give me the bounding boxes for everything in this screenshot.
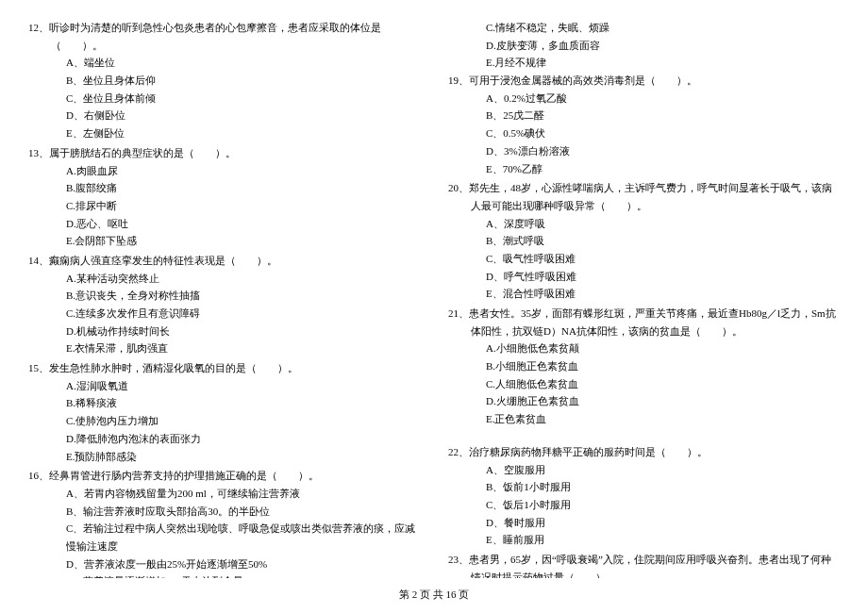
answer-option: C、0.5%碘伏 xyxy=(448,124,840,142)
option-label: A、 xyxy=(486,218,504,229)
option-label: C. xyxy=(66,307,75,319)
option-text: 右侧卧位 xyxy=(84,109,125,121)
option-text: 正色素贫血 xyxy=(494,413,546,424)
option-label: D. xyxy=(486,40,496,51)
answer-option: E、左侧卧位 xyxy=(28,124,420,142)
option-label: E、 xyxy=(66,127,83,139)
question-text: 14、癫痫病人强直痉挛发生的特征性表现是（ ）。 xyxy=(28,252,420,270)
option-label: D. xyxy=(66,218,76,229)
answer-option: A、若胃内容物残留量为200 ml，可继续输注营养液 xyxy=(28,485,420,503)
option-label: C. xyxy=(486,22,495,33)
answer-option: D、3%漂白粉溶液 xyxy=(448,142,840,160)
option-label: B、 xyxy=(66,75,83,86)
option-text: 稀释痰液 xyxy=(75,397,117,408)
option-label: D、 xyxy=(486,517,504,528)
option-text: 月经不规律 xyxy=(494,57,546,68)
option-text: 混合性呼吸困难 xyxy=(503,288,576,299)
option-text: 小细胞低色素贫颠 xyxy=(496,342,579,354)
answer-option: A、空腹服用 xyxy=(448,461,840,479)
option-text: 空腹服用 xyxy=(504,464,545,475)
answer-option: C、吸气性呼吸困难 xyxy=(448,250,840,268)
option-text: 湿润吸氧道 xyxy=(76,380,128,391)
option-text: 70%乙醇 xyxy=(503,163,542,174)
column-right: C.情绪不稳定，失眠、烦躁D.皮肤变薄，多血质面容E.月经不规律19、可用于浸泡… xyxy=(448,19,840,578)
option-text: 皮肤变薄，多血质面容 xyxy=(496,40,600,51)
spacer xyxy=(448,428,840,441)
option-label: A. xyxy=(66,380,76,391)
answer-option: A、0.2%过氧乙酸 xyxy=(448,90,840,108)
answer-option: C.连续多次发作且有意识障碍 xyxy=(28,305,420,323)
answer-option: D.皮肤变薄，多血质面容 xyxy=(448,37,840,55)
option-label: A、 xyxy=(486,464,504,475)
answer-option: A、深度呼吸 xyxy=(448,215,840,233)
option-text: 睡前服用 xyxy=(503,534,544,545)
option-text: 左侧卧位 xyxy=(83,127,125,139)
answer-option: E.预防肺部感染 xyxy=(28,448,420,466)
option-text: 餐时服用 xyxy=(504,517,545,528)
option-text: 衣情呆滞，肌肉强直 xyxy=(75,342,168,354)
question-text: 13、属于膀胱结石的典型症状的是（ ）。 xyxy=(28,144,420,162)
option-label: C、 xyxy=(486,253,503,264)
answer-option: C、若输注过程中病人突然出现呛咳、呼吸急促或咳出类似营养液的痰，应减慢输注速度 xyxy=(28,520,420,555)
option-text: 人细胞低色素贫血 xyxy=(495,378,578,389)
answer-option: E、混合性呼吸困难 xyxy=(448,285,840,303)
answer-option: C.使肺泡内压力增加 xyxy=(28,412,420,430)
question-block: 23、患者男，65岁，因“呼吸衰竭”入院，住院期间应用呼吸兴奋剂。患者出现了何种… xyxy=(448,551,840,578)
answer-option: E.衣情呆滞，肌肉强直 xyxy=(28,340,420,357)
option-text: 3%漂白粉溶液 xyxy=(504,145,570,157)
option-text: 0.2%过氧乙酸 xyxy=(504,92,567,104)
option-label: C、 xyxy=(486,499,503,510)
option-text: 若胃内容物残留量为200 ml，可继续输注营养液 xyxy=(84,488,300,499)
option-text: 意识丧失，全身对称性抽搐 xyxy=(75,290,200,301)
answer-option: B.小细胞正色素贫血 xyxy=(448,357,840,375)
option-label: D. xyxy=(66,433,76,444)
question-text: 22、治疗糖尿病药物拜糖平正确的服药时间是（ ）。 xyxy=(448,443,840,461)
option-text: 降低肺泡内泡沫的表面张力 xyxy=(76,433,201,444)
option-text: 小细胞正色素贫血 xyxy=(495,360,578,372)
answer-option: C.情绪不稳定，失眠、烦躁 xyxy=(448,19,840,37)
option-text: 连续多次发作且有意识障碍 xyxy=(75,307,200,319)
answer-option: A、端坐位 xyxy=(28,54,420,72)
option-text: 饭前1小时服用 xyxy=(503,481,571,492)
option-text: 端坐位 xyxy=(84,57,115,68)
option-text: 坐位且身体后仰 xyxy=(83,75,156,86)
option-label: C、 xyxy=(486,127,503,139)
option-label: B、 xyxy=(486,481,503,492)
question-text: 23、患者男，65岁，因“呼吸衰竭”入院，住院期间应用呼吸兴奋剂。患者出现了何种… xyxy=(448,551,840,578)
option-label: D. xyxy=(66,325,76,337)
option-text: 吸气性呼吸困难 xyxy=(503,253,576,264)
option-text: 预防肺部感染 xyxy=(75,451,137,462)
answer-option: D、右侧卧位 xyxy=(28,107,420,124)
option-label: A、 xyxy=(66,57,84,68)
option-label: B. xyxy=(66,290,75,301)
answer-option: B.腹部绞痛 xyxy=(28,179,420,197)
option-text: 深度呼吸 xyxy=(504,218,545,229)
answer-option: A.小细胞低色素贫颠 xyxy=(448,340,840,357)
option-label: D、 xyxy=(66,109,84,121)
question-block: 16、经鼻胃管进行肠内营养支持的护理措施正确的是（ ）。A、若胃内容物残留量为2… xyxy=(28,467,420,578)
option-label: E、 xyxy=(486,163,503,174)
question-text: 12、听诊时为清楚的听到急性心包炎患者的心包摩擦音，患者应采取的体位是（ ）。 xyxy=(28,19,420,54)
option-label: B. xyxy=(66,397,75,408)
question-text: 16、经鼻胃管进行肠内营养支持的护理措施正确的是（ ）。 xyxy=(28,467,420,485)
answer-option: B、坐位且身体后仰 xyxy=(28,72,420,90)
question-block: 15、发生急性肺水肿时，酒精湿化吸氧的目的是（ ）。A.湿润吸氧道B.稀释痰液C… xyxy=(28,359,420,465)
option-text: 腹部绞痛 xyxy=(75,182,117,193)
answer-option: C.排尿中断 xyxy=(28,197,420,215)
option-label: A. xyxy=(486,342,496,354)
option-text: 机械动作持续时间长 xyxy=(76,325,170,337)
answer-option: E、睡前服用 xyxy=(448,531,840,549)
answer-option: B、饭前1小时服用 xyxy=(448,478,840,496)
option-label: A. xyxy=(66,273,76,284)
option-label: C. xyxy=(66,415,75,426)
answer-option: C、饭后1小时服用 xyxy=(448,496,840,514)
option-label: A. xyxy=(66,165,76,176)
answer-option: A.湿润吸氧道 xyxy=(28,377,420,395)
answer-option: D、餐时服用 xyxy=(448,514,840,532)
option-text: 排尿中断 xyxy=(75,200,117,211)
option-label: E、 xyxy=(486,288,503,299)
option-text: 25戊二醛 xyxy=(503,109,544,121)
option-text: 肉眼血尿 xyxy=(76,165,118,176)
option-text: 某种活动突然终止 xyxy=(76,273,159,284)
option-text: 情绪不稳定，失眠、烦躁 xyxy=(495,22,609,33)
